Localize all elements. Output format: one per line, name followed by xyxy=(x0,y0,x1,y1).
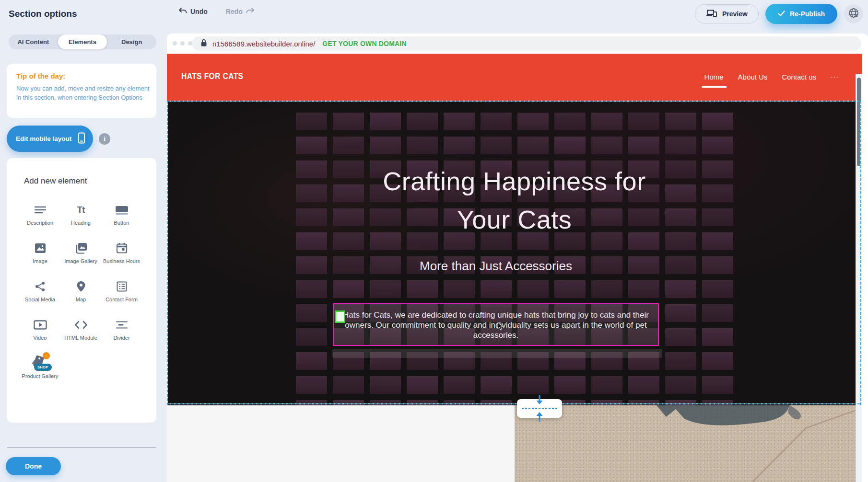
element-heading[interactable]: Tt Heading xyxy=(60,198,101,237)
site-canvas: HATS FOR CATS Home About Us Contact us ·… xyxy=(167,54,862,482)
tip-body: Now you can add, move and resize any ele… xyxy=(16,84,151,103)
hero-heading[interactable]: Crafting Happiness forYour Cats xyxy=(167,162,862,239)
edit-mobile-layout-button[interactable]: Edit mobile layout xyxy=(7,126,93,152)
map-pin-icon xyxy=(76,279,86,294)
section-options-sidebar: AI Content Elements Design Tip of the da… xyxy=(0,34,167,482)
mouse-cursor xyxy=(497,322,504,333)
sidebar-divider xyxy=(7,447,156,448)
element-description[interactable]: Description xyxy=(20,198,60,237)
get-domain-link[interactable]: GET YOUR OWN DOMAIN xyxy=(322,40,406,47)
preview-label: Preview xyxy=(722,10,748,18)
selected-text-element[interactable]: Hats for Cats, we are dedicated to craft… xyxy=(333,303,659,346)
hero-subheading[interactable]: More than Just Accessories xyxy=(167,259,825,274)
resize-arrows-icon xyxy=(534,394,545,423)
language-globe-button[interactable] xyxy=(844,4,863,23)
done-button[interactable]: Done xyxy=(6,457,61,475)
browser-chrome: n1566589.websitebuilder.online/ GET YOUR… xyxy=(167,34,868,54)
heading-icon: Tt xyxy=(77,202,85,218)
element-social-media[interactable]: Social Media xyxy=(20,275,60,313)
preview-button[interactable]: Preview xyxy=(695,4,759,23)
nav-more-icon[interactable]: ··· xyxy=(831,73,839,81)
nav-about-us[interactable]: About Us xyxy=(738,73,768,82)
edit-mobile-label: Edit mobile layout xyxy=(16,135,71,142)
element-html-module[interactable]: HTML Module xyxy=(60,313,101,352)
undo-label: Undo xyxy=(190,8,208,15)
redo-icon xyxy=(246,8,255,15)
divider-icon xyxy=(116,317,128,333)
html-code-icon xyxy=(74,317,88,333)
contact-form-icon xyxy=(116,279,128,294)
nav-home[interactable]: Home xyxy=(704,73,724,82)
undo-redo-group: Undo Redo xyxy=(178,8,255,15)
hero-paragraph: Hats for Cats, we are dedicated to craft… xyxy=(339,310,653,340)
cat-shadow xyxy=(657,405,789,425)
republish-button[interactable]: Re-Publish xyxy=(765,4,837,24)
section-selection-border-top xyxy=(167,101,862,102)
undo-button[interactable]: Undo xyxy=(178,8,208,15)
redo-label: Redo xyxy=(226,8,243,15)
hero-section-selected[interactable]: Crafting Happiness forYour Cats More tha… xyxy=(167,101,862,405)
nav-contact-us[interactable]: Contact us xyxy=(782,73,816,82)
window-dots xyxy=(173,41,192,46)
devices-icon xyxy=(706,9,717,19)
republish-label: Re-Publish xyxy=(790,10,825,18)
element-video[interactable]: Video xyxy=(20,313,60,352)
site-url: n1566589.websitebuilder.online/ xyxy=(212,40,315,48)
address-bar[interactable]: n1566589.websitebuilder.online/ GET YOUR… xyxy=(192,36,861,51)
element-product-gallery[interactable]: ↑ SHOP Product Gallery xyxy=(20,352,60,390)
product-gallery-icon: ↑ SHOP xyxy=(30,356,51,371)
page-title: Section options xyxy=(9,9,77,19)
drop-placeholder-strip xyxy=(332,349,662,358)
image-icon xyxy=(35,241,46,256)
add-new-element-panel: Add new element Description Tt Heading B… xyxy=(7,158,156,423)
upgrade-arrow-badge: ↑ xyxy=(43,352,50,359)
globe-icon xyxy=(848,7,859,21)
sidebar-tabs: AI Content Elements Design xyxy=(9,34,156,49)
element-button[interactable]: Button xyxy=(101,198,142,237)
undo-icon xyxy=(178,8,187,15)
social-media-icon xyxy=(35,279,46,294)
tab-design[interactable]: Design xyxy=(107,34,156,49)
tip-title: Tip of the day: xyxy=(16,72,147,80)
next-section-left xyxy=(167,405,515,482)
button-icon xyxy=(115,202,129,218)
element-grid: Description Tt Heading Button Image xyxy=(20,198,142,390)
add-element-title: Add new element xyxy=(24,176,87,186)
topbar-actions: Preview Re-Publish xyxy=(695,4,863,24)
description-icon xyxy=(34,202,47,218)
site-preview-window: n1566589.websitebuilder.online/ GET YOUR… xyxy=(167,34,868,482)
business-hours-icon xyxy=(116,241,128,256)
element-map[interactable]: Map xyxy=(60,275,101,313)
element-contact-form[interactable]: Contact Form xyxy=(101,275,142,313)
next-section-floor-image xyxy=(515,405,862,482)
check-icon xyxy=(778,10,785,18)
tab-elements[interactable]: Elements xyxy=(58,34,107,49)
tip-of-the-day-card: Tip of the day: Now you can add, move an… xyxy=(7,64,156,118)
site-header: HATS FOR CATS Home About Us Contact us ·… xyxy=(167,54,862,101)
site-logo[interactable]: HATS FOR CATS xyxy=(181,71,243,81)
top-toolbar: Section options Undo Redo xyxy=(0,0,868,34)
section-selection-border-left xyxy=(167,101,168,405)
element-image-gallery[interactable]: Image Gallery xyxy=(60,237,101,275)
site-nav: Home About Us Contact us ··· xyxy=(704,54,839,101)
video-icon xyxy=(34,317,47,333)
info-icon[interactable]: i xyxy=(99,133,110,145)
tab-ai-content[interactable]: AI Content xyxy=(9,34,58,49)
shop-badge: SHOP xyxy=(34,364,51,371)
redo-button[interactable]: Redo xyxy=(226,8,255,15)
element-drag-handle[interactable] xyxy=(335,310,345,323)
section-selection-border-bottom xyxy=(167,403,862,404)
lock-icon xyxy=(200,39,207,48)
image-gallery-icon xyxy=(75,241,87,256)
section-selection-border-right xyxy=(860,101,861,405)
mobile-phone-icon xyxy=(78,132,85,145)
element-divider[interactable]: Divider xyxy=(101,313,142,352)
section-resize-handle[interactable] xyxy=(517,399,562,418)
element-image[interactable]: Image xyxy=(20,237,60,275)
element-business-hours[interactable]: Business Hours xyxy=(101,237,142,275)
